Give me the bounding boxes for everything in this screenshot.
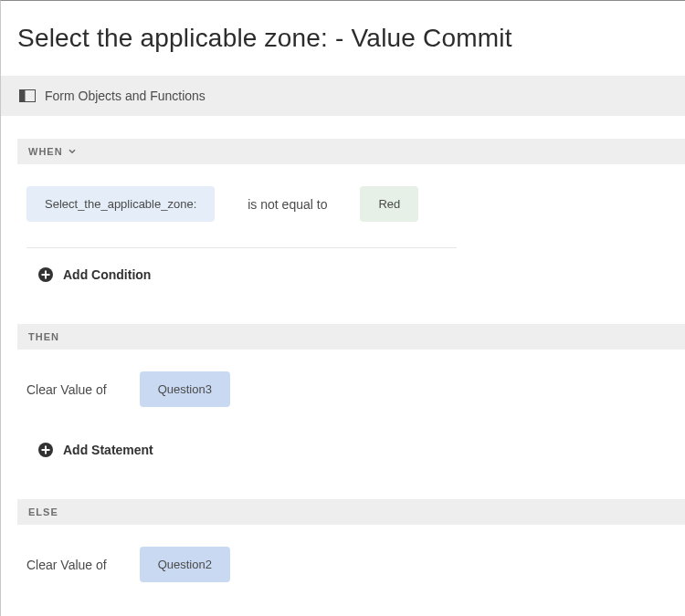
condition-value-chip[interactable]: Red (360, 186, 418, 222)
else-action-text[interactable]: Clear Value of (26, 558, 107, 572)
plus-circle-icon (37, 442, 54, 458)
then-header: THEN (17, 324, 685, 350)
svg-rect-1 (20, 90, 26, 102)
then-action-text[interactable]: Clear Value of (26, 382, 107, 397)
toolbar: Form Objects and Functions (1, 76, 685, 116)
when-header[interactable]: WHEN (17, 139, 685, 164)
svg-rect-7 (42, 449, 50, 451)
when-header-text: WHEN (28, 146, 63, 157)
add-condition-label: Add Condition (63, 267, 151, 282)
condition-operator[interactable]: is not equal to (248, 197, 327, 212)
add-statement-label: Add Statement (63, 443, 153, 457)
then-target-chip[interactable]: Question3 (140, 371, 230, 407)
add-statement-button[interactable]: Add Statement (17, 423, 685, 476)
then-action-row: Clear Value of Question3 (17, 350, 685, 423)
else-action-row: Clear Value of Question2 (17, 525, 685, 599)
chevron-down-icon (68, 148, 76, 155)
content-area: WHEN Select_the_applicable_zone: is not … (1, 139, 685, 599)
toolbar-label[interactable]: Form Objects and Functions (45, 89, 206, 103)
else-header: ELSE (17, 499, 685, 525)
else-target-chip[interactable]: Question2 (140, 547, 230, 582)
form-objects-icon (19, 89, 36, 102)
add-condition-button[interactable]: Add Condition (17, 248, 685, 301)
svg-rect-4 (42, 274, 50, 276)
plus-circle-icon (37, 266, 54, 283)
when-condition-row: Select_the_applicable_zone: is not equal… (17, 164, 685, 238)
page-title: Select the applicable zone: - Value Comm… (1, 1, 685, 76)
else-header-text: ELSE (28, 506, 58, 517)
condition-field-chip[interactable]: Select_the_applicable_zone: (26, 186, 215, 222)
then-header-text: THEN (28, 331, 59, 342)
